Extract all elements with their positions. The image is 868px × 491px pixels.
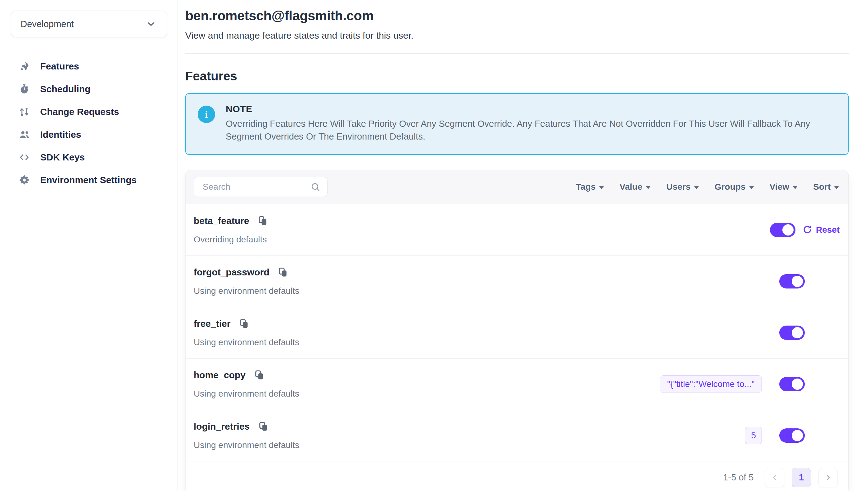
feature-name[interactable]: login_retries (194, 421, 250, 432)
sidebar-item-label: SDK Keys (40, 152, 85, 163)
filter-users[interactable]: Users (666, 182, 699, 192)
stopwatch-icon (19, 83, 30, 95)
feature-row-login_retries[interactable]: login_retries Using environment defaults… (186, 410, 848, 461)
reset-button[interactable]: Reset (802, 225, 840, 235)
filter-view[interactable]: View (770, 182, 798, 192)
feature-name[interactable]: forgot_password (194, 267, 269, 278)
rocket-icon (19, 60, 30, 72)
note-banner: i NOTE Overriding Features Here Will Tak… (185, 93, 849, 155)
page-title: ben.rometsch@flagsmith.com (185, 8, 849, 23)
feature-status: Using environment defaults (194, 286, 299, 296)
feature-name[interactable]: beta_feature (194, 215, 249, 226)
note-body: Overriding Features Here Will Take Prior… (226, 117, 836, 143)
feature-status: Using environment defaults (194, 440, 299, 450)
caret-down-icon (646, 186, 651, 189)
next-page-button[interactable] (818, 468, 838, 487)
filter-groups[interactable]: Groups (714, 182, 754, 192)
features-heading: Features (185, 69, 849, 83)
main-content: ben.rometsch@flagsmith.com View and mana… (178, 0, 868, 491)
feature-toggle[interactable] (779, 428, 805, 443)
caret-down-icon (834, 186, 839, 189)
sidebar-item-label: Environment Settings (40, 175, 137, 185)
copy-icon[interactable] (239, 318, 250, 329)
page-subtitle: View and manage feature states and trait… (185, 30, 849, 41)
note-content: NOTE Overriding Features Here Will Take … (226, 104, 836, 143)
sidebar-item-label: Scheduling (40, 84, 91, 94)
feature-toggle[interactable] (770, 223, 796, 237)
sidebar-item-identities[interactable]: Identities (11, 123, 168, 146)
feature-value-chip[interactable]: "{"title":"Welcome to..." (660, 375, 762, 393)
chevron-left-icon (770, 473, 779, 482)
feature-toggle[interactable] (779, 274, 805, 288)
app-root: Development Features Scheduling Chan (0, 0, 868, 491)
environment-selector[interactable]: Development (11, 10, 167, 37)
feature-toggle[interactable] (779, 377, 805, 391)
caret-down-icon (599, 186, 604, 189)
filter-value[interactable]: Value (620, 182, 651, 192)
pagination: 1-5 of 5 1 (186, 461, 848, 491)
sidebar-nav: Features Scheduling Change Requests Iden… (11, 55, 168, 191)
sidebar-item-features[interactable]: Features (11, 55, 168, 78)
copy-icon[interactable] (254, 370, 265, 381)
caret-down-icon (793, 186, 798, 189)
feature-name[interactable]: free_tier (194, 318, 230, 329)
sidebar: Development Features Scheduling Chan (0, 0, 178, 491)
features-panel: Tags Value Users Groups View Sort beta_f… (185, 170, 849, 491)
search-icon (310, 182, 321, 192)
feature-value-chip[interactable]: 5 (745, 427, 762, 444)
environment-selector-value: Development (21, 19, 74, 29)
sidebar-item-change-requests[interactable]: Change Requests (11, 100, 168, 123)
info-icon: i (198, 106, 215, 123)
feature-row-home_copy[interactable]: home_copy Using environment defaults "{"… (186, 358, 848, 410)
sidebar-item-scheduling[interactable]: Scheduling (11, 78, 168, 100)
sidebar-item-sdk-keys[interactable]: SDK Keys (11, 146, 168, 169)
sidebar-item-label: Identities (40, 129, 81, 140)
filter-sort[interactable]: Sort (813, 182, 839, 192)
caret-down-icon (694, 186, 699, 189)
gear-icon (19, 174, 30, 186)
page-1-button[interactable]: 1 (792, 468, 811, 487)
divider (185, 53, 849, 54)
feature-status: Overriding defaults (194, 235, 268, 244)
sidebar-item-label: Change Requests (40, 107, 119, 117)
feature-row-forgot_password[interactable]: forgot_password Using environment defaul… (186, 256, 848, 307)
caret-down-icon (749, 186, 754, 189)
filters: Tags Value Users Groups View Sort (576, 182, 839, 192)
filter-tags[interactable]: Tags (576, 182, 604, 192)
copy-icon[interactable] (257, 215, 268, 227)
identities-icon (19, 129, 30, 141)
change-requests-icon (19, 106, 30, 118)
pagination-summary: 1-5 of 5 (723, 472, 754, 483)
chevron-right-icon (824, 473, 833, 482)
copy-icon[interactable] (258, 421, 269, 432)
feature-status: Using environment defaults (194, 338, 299, 347)
code-icon (19, 151, 30, 163)
feature-row-free_tier[interactable]: free_tier Using environment defaults (186, 307, 848, 358)
note-title: NOTE (226, 104, 836, 114)
copy-icon[interactable] (277, 267, 289, 278)
feature-name[interactable]: home_copy (194, 370, 246, 380)
search-input[interactable] (194, 177, 328, 197)
panel-toolbar: Tags Value Users Groups View Sort (186, 170, 848, 204)
sidebar-item-environment-settings[interactable]: Environment Settings (11, 169, 168, 191)
feature-toggle[interactable] (779, 325, 805, 340)
feature-row-beta_feature[interactable]: beta_feature Overriding defaults Reset (186, 204, 848, 256)
sidebar-item-label: Features (40, 61, 79, 71)
chevron-down-icon (146, 19, 156, 29)
refresh-icon (802, 225, 812, 235)
prev-page-button[interactable] (765, 468, 784, 487)
feature-status: Using environment defaults (194, 389, 299, 399)
search-wrap (194, 177, 328, 197)
